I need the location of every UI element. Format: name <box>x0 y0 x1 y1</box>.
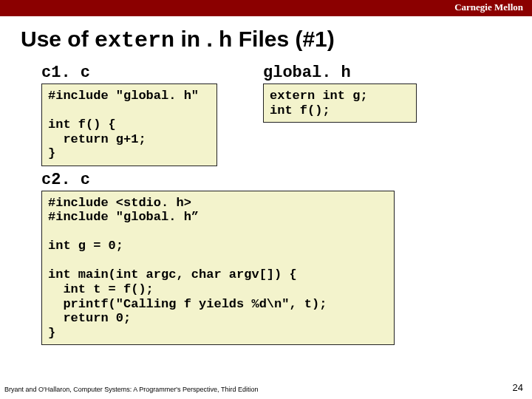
top-row: c1. c #include "global. h" int f() { ret… <box>0 59 532 166</box>
c2-block: c2. c #include <stdio. h> #include "glob… <box>41 171 532 345</box>
title-prefix: Use of <box>21 27 95 51</box>
c1-codebox: #include "global. h" int f() { return g+… <box>41 83 217 166</box>
globalh-codebox: extern int g; int f(); <box>263 83 417 123</box>
c1-label: c1. c <box>41 64 263 82</box>
globalh-column: global. h extern int g; int f(); <box>263 59 485 123</box>
globalh-label: global. h <box>263 64 485 82</box>
slide-title: Use of extern in . h Files (#1) <box>21 27 532 53</box>
c2-codebox: #include <stdio. h> #include "global. h”… <box>41 191 395 345</box>
c1-column: c1. c #include "global. h" int f() { ret… <box>41 59 263 166</box>
title-suffix: in . h Files (#1) <box>174 27 335 51</box>
org-label: Carnegie Mellon <box>454 1 523 13</box>
header-bar: Carnegie Mellon <box>0 0 532 16</box>
c2-label: c2. c <box>41 171 532 189</box>
page-number: 24 <box>513 382 523 393</box>
footer-credit: Bryant and O'Hallaron, Computer Systems:… <box>4 386 258 393</box>
title-keyword: extern <box>95 28 174 53</box>
